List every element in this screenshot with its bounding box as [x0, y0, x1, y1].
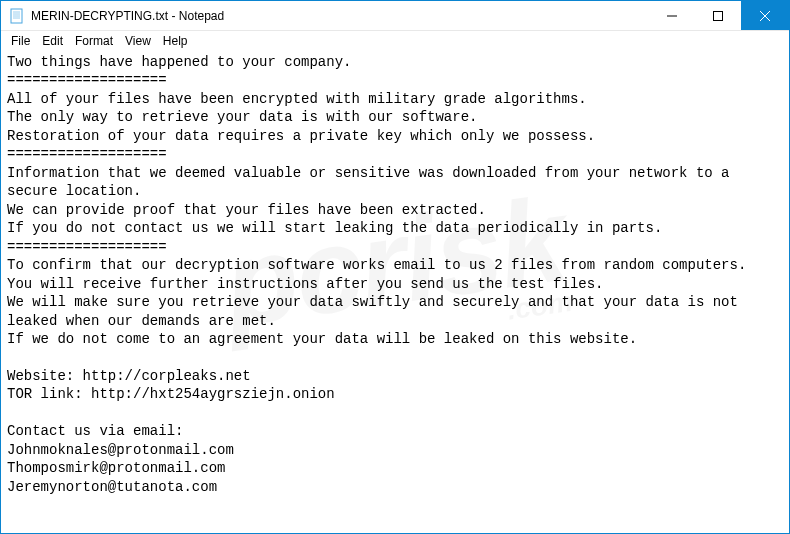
notepad-window: MERIN-DECRYPTING.txt - Notepad File Edit…	[0, 0, 790, 534]
maximize-button[interactable]	[695, 1, 741, 30]
menubar: File Edit Format View Help	[1, 31, 789, 51]
svg-rect-6	[714, 11, 723, 20]
menu-view[interactable]: View	[119, 33, 157, 49]
close-button[interactable]	[741, 1, 789, 30]
menu-file[interactable]: File	[5, 33, 36, 49]
menu-help[interactable]: Help	[157, 33, 194, 49]
window-title: MERIN-DECRYPTING.txt - Notepad	[31, 9, 649, 23]
menu-format[interactable]: Format	[69, 33, 119, 49]
text-editor-area[interactable]: Two things have happened to your company…	[1, 51, 789, 533]
notepad-icon	[9, 8, 25, 24]
titlebar[interactable]: MERIN-DECRYPTING.txt - Notepad	[1, 1, 789, 31]
window-controls	[649, 1, 789, 30]
menu-edit[interactable]: Edit	[36, 33, 69, 49]
minimize-button[interactable]	[649, 1, 695, 30]
